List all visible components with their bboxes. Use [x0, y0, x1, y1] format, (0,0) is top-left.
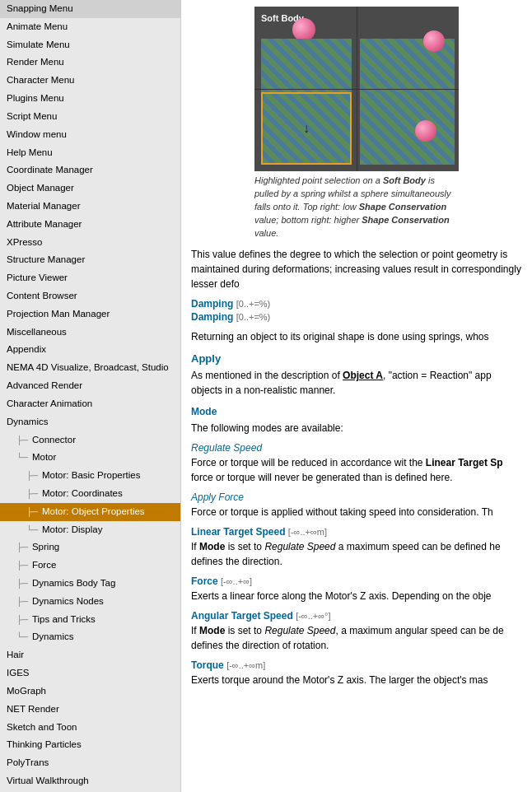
- damping-label-1: Damping: [191, 298, 233, 310]
- lts-text: If Mode is set to Regulate Speed a maxim…: [191, 539, 522, 569]
- returning-text: Returning an object to its original shap…: [191, 329, 522, 344]
- sidebar-item-structure-manager[interactable]: Structure Manager: [0, 251, 180, 269]
- sidebar-item-mograph[interactable]: MoGraph: [0, 683, 180, 701]
- sidebar-item-polytrans[interactable]: PolyTrans: [0, 754, 180, 772]
- figure-container: 📌 Soft Body ↓: [191, 7, 522, 240]
- figure-caption: Highlighted point selection on a Soft Bo…: [254, 175, 459, 240]
- sidebar-item-miscellaneous[interactable]: Miscellaneous: [0, 324, 180, 342]
- tree-prefix: ├─: [16, 436, 30, 445]
- tree-prefix: ├─: [16, 615, 30, 624]
- damping-range-2: [0..+=%)​: [236, 312, 271, 322]
- sidebar-item-thinking-particles[interactable]: Thinking Particles: [0, 736, 180, 754]
- sidebar-item-sketch-and-toon[interactable]: Sketch and Toon: [0, 719, 180, 737]
- sidebar-item-motor:-object-properties[interactable]: ├─ Motor: Object Properties: [0, 503, 180, 521]
- sidebar-item-iges[interactable]: IGES: [0, 664, 180, 683]
- sidebar-item-net-render[interactable]: NET Render: [0, 701, 180, 719]
- apply-intro: As mentioned in the description of: [191, 370, 343, 381]
- damping-param-1: Damping [0..+=%): [191, 298, 522, 310]
- tree-prefix: ├─: [26, 471, 40, 480]
- apply-force-heading: Apply Force: [191, 492, 522, 503]
- sidebar-item-character-menu[interactable]: Character Menu: [0, 72, 180, 90]
- sidebar-item-picture-viewer[interactable]: Picture Viewer: [0, 269, 180, 287]
- damping-param-2: Damping [0..+=%)​: [191, 311, 522, 323]
- ats-text: If Mode is set to Regulate Speed, a maxi…: [191, 623, 522, 653]
- tree-prefix: └─: [16, 632, 30, 641]
- sidebar-item-virtual-walkthrough[interactable]: Virtual Walkthrough: [0, 772, 180, 790]
- sidebar-item-dynamics[interactable]: Dynamics: [0, 413, 180, 431]
- sidebar-item-nema-4d-visualize,-broadcast,-studio[interactable]: NEMA 4D Visualize, Broadcast, Studio: [0, 359, 180, 377]
- caption-end: value.: [254, 228, 278, 238]
- caption-intro: Highlighted point selection on a: [254, 175, 383, 185]
- sidebar-item-attribute-manager[interactable]: Attribute Manager: [0, 216, 180, 234]
- sidebar-item-help-menu[interactable]: Help Menu: [0, 144, 180, 162]
- caption-bold1: Soft Body: [383, 175, 426, 185]
- caption-mid2: value; bottom right: higher: [254, 215, 362, 225]
- sidebar-item-coordinate-manager[interactable]: Coordinate Manager: [0, 161, 180, 179]
- sidebar-item-dynamics-body-tag[interactable]: ├─ Dynamics Body Tag: [0, 575, 180, 593]
- mode-text: The following modes are available:: [191, 421, 522, 436]
- caption-bold3: Shape Conservation: [362, 215, 449, 225]
- force-text: Exerts a linear force along the Motor's …: [191, 589, 522, 603]
- sidebar-item-hair[interactable]: Hair: [0, 646, 180, 664]
- apply-force-text: Force or torque is applied without takin…: [191, 505, 522, 519]
- tree-prefix: ├─: [16, 579, 30, 588]
- sidebar-item-object-manager[interactable]: Object Manager: [0, 179, 180, 198]
- force-param: Force [-∞..+∞]: [191, 575, 522, 587]
- sidebar-item-appendix[interactable]: Appendix: [0, 341, 180, 359]
- torque-label: Torque: [191, 659, 224, 671]
- sidebar-item-motor:-coordinates[interactable]: ├─ Motor: Coordinates: [0, 485, 180, 503]
- tree-prefix: └─: [16, 453, 30, 462]
- mode-heading: Mode: [191, 406, 522, 417]
- apply-heading: Apply: [191, 352, 522, 365]
- sidebar-item-snapping-menu[interactable]: Snapping Menu: [0, 0, 180, 18]
- sidebar-item-tips-and-tricks[interactable]: ├─ Tips and Tricks: [0, 611, 180, 629]
- main-content: 📌 Soft Body ↓: [181, 0, 532, 792]
- sidebar-item-motor:-basic-properties[interactable]: ├─ Motor: Basic Properties: [0, 467, 180, 485]
- sidebar-item-script-menu[interactable]: Script Menu: [0, 108, 180, 126]
- sidebar-item-spring[interactable]: ├─ Spring: [0, 538, 180, 557]
- damping-range-1: [0..+=%): [236, 299, 271, 309]
- torque-param: Torque [-∞..+∞m]: [191, 659, 522, 671]
- force-label: Force: [191, 575, 218, 587]
- sidebar-item-dynamics-nodes[interactable]: ├─ Dynamics Nodes: [0, 593, 180, 611]
- sidebar-item-plugins-menu[interactable]: Plugins Menu: [0, 90, 180, 108]
- angular-target-speed-param: Angular Target Speed [-∞..+∞°]: [191, 610, 522, 622]
- sidebar-item-animate-menu[interactable]: Animate Menu: [0, 18, 180, 36]
- sidebar-item-motor[interactable]: └─ Motor: [0, 449, 180, 467]
- linear-target-speed-param: Linear Target Speed [-∞..+∞m]: [191, 526, 522, 538]
- sidebar: Snapping MenuAnimate MenuSimulate MenuRe…: [0, 0, 181, 792]
- sidebar-item-motor:-display[interactable]: └─ Motor: Display: [0, 521, 180, 539]
- lts-range: [-∞..+∞m]: [288, 527, 327, 537]
- regulate-speed-text: Force or torque will be reduced in accor…: [191, 455, 522, 485]
- sidebar-item-content-browser[interactable]: Content Browser: [0, 287, 180, 305]
- lts-label: Linear Target Speed: [191, 526, 285, 538]
- sidebar-item-window-menu[interactable]: Window menu: [0, 126, 180, 144]
- sidebar-item-material-manager[interactable]: Material Manager: [0, 198, 180, 216]
- ats-range: [-∞..+∞°]: [296, 611, 330, 621]
- sidebar-item-character-animation[interactable]: Character Animation: [0, 395, 180, 413]
- torque-text: Exerts torque around the Motor's Z axis.…: [191, 673, 522, 687]
- sidebar-item-advanced-render[interactable]: Advanced Render: [0, 377, 180, 395]
- regulate-speed-heading: Regulate Speed: [191, 442, 522, 454]
- apply-text: As mentioned in the description of Objec…: [191, 368, 522, 398]
- sidebar-item-simulate-menu[interactable]: Simulate Menu: [0, 36, 180, 54]
- tree-prefix: ├─: [26, 489, 40, 498]
- tree-prefix: ├─: [26, 507, 40, 516]
- sidebar-item-xpresso[interactable]: XPresso: [0, 234, 180, 252]
- tree-prefix: ├─: [16, 597, 30, 606]
- figure-image: Soft Body ↓: [254, 7, 459, 171]
- ats-label: Angular Target Speed: [191, 610, 293, 622]
- object-a-link[interactable]: Object A: [343, 370, 383, 381]
- torque-range: [-∞..+∞m]: [226, 660, 265, 670]
- sidebar-item-force[interactable]: ├─ Force: [0, 557, 180, 575]
- tree-prefix: ├─: [16, 543, 30, 552]
- sidebar-item-dynamics[interactable]: └─ Dynamics: [0, 628, 180, 646]
- tree-prefix: ├─: [16, 561, 30, 570]
- caption-bold2: Shape Conservation: [359, 202, 446, 212]
- force-range: [-∞..+∞]: [221, 576, 252, 586]
- sidebar-item-connector[interactable]: ├─ Connector: [0, 431, 180, 450]
- tree-prefix: └─: [26, 525, 40, 534]
- sidebar-item-projection-man-manager[interactable]: Projection Man Manager: [0, 305, 180, 324]
- damping-label-2: Damping: [191, 311, 233, 323]
- sidebar-item-render-menu[interactable]: Render Menu: [0, 54, 180, 72]
